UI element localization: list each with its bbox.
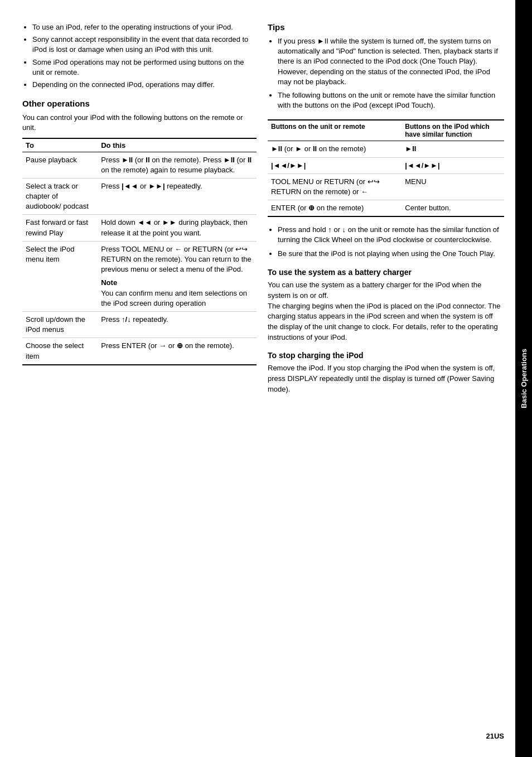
right-column: Tips If you press ►II while the system i… xyxy=(268,22,504,735)
table-row: Select a track or chapter of audiobook/ … xyxy=(22,178,257,215)
stop-charging-title: To stop charging the iPod xyxy=(268,351,504,360)
left-column: To use an iPod, refer to the operating i… xyxy=(22,22,257,735)
page-number: 21US xyxy=(486,732,504,740)
sidebar-label: Basic Operations xyxy=(520,349,528,408)
table-row: |◄◄/►►| |◄◄/►►| xyxy=(268,157,504,173)
intro-bullet-3: Some iPod operations may not be performe… xyxy=(32,57,257,78)
ops-to-2: Select a track or chapter of audiobook/ … xyxy=(22,178,98,215)
tips-title: Tips xyxy=(268,22,504,32)
intro-bullet-4: Depending on the connected iPod, operati… xyxy=(32,80,257,90)
tips-bullets: If you press ►II while the system is tur… xyxy=(268,36,504,110)
cmp-bullet-1: Press and hold ↑ or ↓ on the unit or rem… xyxy=(278,225,504,245)
ops-do-6: Press ENTER (or → or ⊕ on the remote). xyxy=(98,338,257,365)
intro-bullet-1: To use an iPod, refer to the operating i… xyxy=(32,22,257,32)
operations-table: To Do this Pause playback Press ►II (or … xyxy=(22,138,257,365)
table-row: Select the iPod menu item Press TOOL MEN… xyxy=(22,241,257,311)
other-operations-title: Other operations xyxy=(22,99,257,108)
cmp-ipod-2: |◄◄/►►| xyxy=(402,157,504,173)
cmp-bullets: Press and hold ↑ or ↓ on the unit or rem… xyxy=(268,225,504,259)
ops-to-6: Choose the select item xyxy=(22,338,98,365)
ops-do-5: Press ↑/↓ repeatedly. xyxy=(98,311,257,337)
ops-header-dothis: Do this xyxy=(98,138,257,152)
table-row: Choose the select item Press ENTER (or →… xyxy=(22,338,257,365)
ops-do-4: Press TOOL MENU or ← or RETURN (or ↩↪ RE… xyxy=(98,241,257,311)
tip-2: The following buttons on the unit or rem… xyxy=(278,90,504,110)
cmp-unit-3: TOOL MENU or RETURN (or ↩↪ RETURN on the… xyxy=(268,173,402,200)
cmp-unit-2: |◄◄/►►| xyxy=(268,157,402,173)
stop-charging-body: Remove the iPod. If you stop charging th… xyxy=(268,363,504,395)
cmp-ipod-1: ►II xyxy=(402,141,504,157)
cmp-unit-4: ENTER (or ⊕ on the remote) xyxy=(268,200,402,217)
table-row: Pause playback Press ►II (or II on the r… xyxy=(22,152,257,178)
table-row: Fast forward or fast rewind Play Hold do… xyxy=(22,215,257,241)
ops-to-1: Pause playback xyxy=(22,152,98,178)
ops-to-4: Select the iPod menu item xyxy=(22,241,98,311)
ops-do-3: Hold down ◄◄ or ►► during playback, then… xyxy=(98,215,257,241)
tip-1: If you press ►II while the system is tur… xyxy=(278,36,504,87)
cmp-header-ipod: Buttons on the iPod which have similar f… xyxy=(402,120,504,141)
cmp-ipod-4: Center button. xyxy=(402,200,504,217)
battery-charger-title: To use the system as a battery charger xyxy=(268,268,504,277)
ops-do-2: Press |◄◄ or ►►| repeatedly. xyxy=(98,178,257,215)
cmp-header-unit: Buttons on the unit or remote xyxy=(268,120,402,141)
ops-do-1: Press ►II (or II on the remote). Press ►… xyxy=(98,152,257,178)
ops-header-to: To xyxy=(22,138,98,152)
ops-to-5: Scroll up/down the iPod menus xyxy=(22,311,98,337)
note-block: Note You can confirm menu and item selec… xyxy=(101,278,253,308)
intro-bullet-2: Sony cannot accept responsibility in the… xyxy=(32,35,257,55)
other-operations-intro: You can control your iPod with the follo… xyxy=(22,113,257,133)
table-row: TOOL MENU or RETURN (or ↩↪ RETURN on the… xyxy=(268,173,504,200)
table-row: Scroll up/down the iPod menus Press ↑/↓ … xyxy=(22,311,257,337)
ops-to-3: Fast forward or fast rewind Play xyxy=(22,215,98,241)
comparison-table: Buttons on the unit or remote Buttons on… xyxy=(268,119,504,217)
intro-bullets: To use an iPod, refer to the operating i… xyxy=(22,22,257,90)
sidebar-tab: Basic Operations xyxy=(515,0,532,757)
cmp-bullet-2: Be sure that the iPod is not playing whe… xyxy=(278,249,504,259)
cmp-ipod-3: MENU xyxy=(402,173,504,200)
note-title: Note xyxy=(101,278,117,287)
note-text: You can confirm menu and item selections… xyxy=(101,289,247,307)
battery-charger-body: You can use the system as a battery char… xyxy=(268,280,504,343)
table-row: ►II (or ► or II on the remote) ►II xyxy=(268,141,504,157)
table-row: ENTER (or ⊕ on the remote) Center button… xyxy=(268,200,504,217)
cmp-unit-1: ►II (or ► or II on the remote) xyxy=(268,141,402,157)
